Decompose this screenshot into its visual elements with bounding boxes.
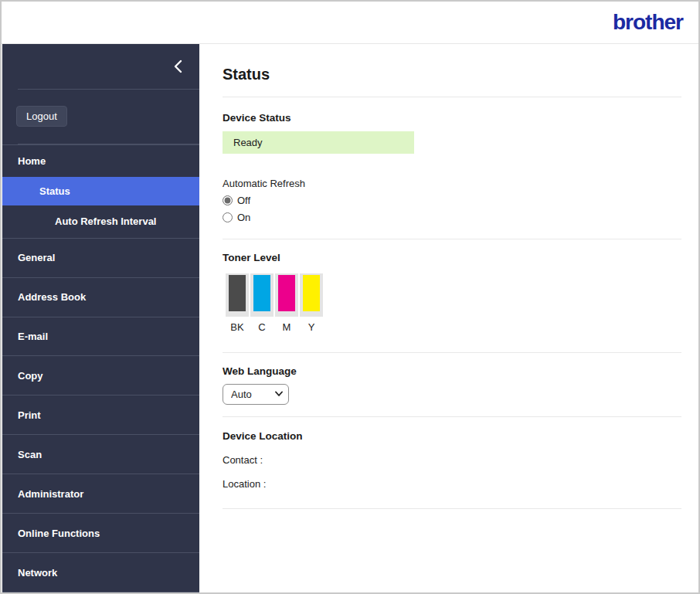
toner-label-bk: BK bbox=[226, 321, 249, 333]
sidebar-item-network[interactable]: Network bbox=[2, 552, 199, 592]
location-label: Location : bbox=[223, 478, 681, 490]
toner-cartridge-y bbox=[300, 273, 323, 317]
divider bbox=[223, 352, 681, 353]
toner-bar-c bbox=[253, 275, 270, 311]
toner-level-heading: Toner Level bbox=[223, 252, 681, 263]
toner-labels: BK C M Y bbox=[223, 321, 681, 333]
auto-refresh-on-radio[interactable] bbox=[223, 212, 233, 222]
web-language-select[interactable]: Auto bbox=[223, 384, 289, 405]
page: brother Logout Home Status Auto Refresh … bbox=[0, 0, 700, 594]
sidebar-item-address-book[interactable]: Address Book bbox=[2, 277, 199, 317]
sidebar-item-home[interactable]: Home bbox=[2, 144, 199, 177]
sidebar-filler bbox=[2, 592, 199, 592]
device-status-heading: Device Status bbox=[223, 112, 681, 124]
auto-refresh-label: Automatic Refresh bbox=[223, 178, 681, 189]
auto-refresh-off-option[interactable]: Off bbox=[223, 195, 681, 206]
device-status-text: Ready bbox=[233, 137, 263, 148]
toner-label-m: M bbox=[275, 321, 298, 333]
toner-bar-m bbox=[278, 275, 295, 311]
collapse-sidebar-icon[interactable] bbox=[174, 59, 182, 73]
contact-label: Contact : bbox=[223, 454, 681, 466]
page-title: Status bbox=[223, 66, 681, 83]
logout-area: Logout bbox=[2, 90, 199, 144]
brother-logo: brother bbox=[613, 10, 683, 35]
sidebar-item-print[interactable]: Print bbox=[2, 395, 199, 434]
auto-refresh-off-radio[interactable] bbox=[223, 195, 233, 205]
sidebar-item-general[interactable]: General bbox=[2, 238, 199, 277]
sidebar-item-email[interactable]: E-mail bbox=[2, 317, 199, 356]
main-content: Status Device Status Ready Automatic Ref… bbox=[199, 44, 698, 592]
toner-cartridge-m bbox=[275, 273, 298, 317]
toner-bar-y bbox=[303, 275, 320, 311]
toner-bar-bk bbox=[229, 275, 246, 311]
toner-label-y: Y bbox=[300, 321, 323, 333]
web-language-select-wrap: Auto bbox=[223, 384, 289, 405]
divider bbox=[223, 239, 681, 239]
auto-refresh-on-label: On bbox=[237, 212, 250, 223]
sidebar-item-online-functions[interactable]: Online Functions bbox=[2, 513, 199, 552]
sidebar-item-copy[interactable]: Copy bbox=[2, 355, 199, 395]
toner-cartridge-c bbox=[250, 273, 274, 317]
divider bbox=[223, 97, 681, 97]
sidebar-top bbox=[2, 44, 199, 89]
device-status-value: Ready bbox=[223, 131, 414, 154]
toner-label-c: C bbox=[250, 321, 274, 333]
divider bbox=[223, 508, 681, 509]
device-location-heading: Device Location bbox=[223, 430, 681, 442]
sidebar-item-scan[interactable]: Scan bbox=[2, 434, 199, 474]
divider bbox=[223, 416, 681, 417]
auto-refresh-off-label: Off bbox=[237, 195, 250, 206]
web-language-heading: Web Language bbox=[223, 365, 681, 377]
sidebar-item-status[interactable]: Status bbox=[2, 177, 199, 205]
toner-cartridge-bk bbox=[226, 273, 249, 317]
sidebar-item-auto-refresh-interval[interactable]: Auto Refresh Interval bbox=[2, 205, 199, 238]
logout-button[interactable]: Logout bbox=[16, 106, 67, 127]
auto-refresh-on-option[interactable]: On bbox=[223, 212, 681, 223]
sidebar-item-administrator[interactable]: Administrator bbox=[2, 474, 199, 513]
toner-level-bars bbox=[223, 273, 681, 317]
header: brother bbox=[2, 2, 698, 44]
sidebar: Logout Home Status Auto Refresh Interval… bbox=[2, 44, 199, 592]
